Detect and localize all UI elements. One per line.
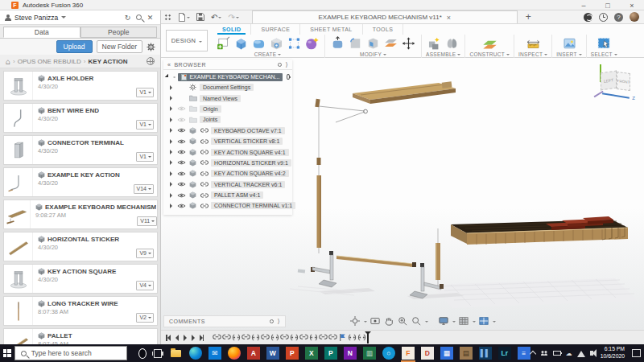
ribbon-tab[interactable]: TOOLS <box>363 24 404 35</box>
chevron-down-icon[interactable] <box>452 321 456 324</box>
data-item-card[interactable]: EXAMPLE KEY ACTION 4/30/20 V14 <box>3 167 158 197</box>
data-panel-tab[interactable]: People <box>80 27 158 38</box>
eye-icon[interactable] <box>177 203 186 209</box>
expand-icon[interactable] <box>170 171 175 176</box>
chevron-down-icon[interactable] <box>425 321 428 324</box>
expand-icon[interactable] <box>165 73 171 80</box>
browser-root-row[interactable]: EXAMPLE KEYBOARD MECHAN... <box>163 72 292 82</box>
data-item-version-badge[interactable]: V11 <box>137 216 157 226</box>
select-group-label[interactable]: SELECT <box>591 51 617 57</box>
expand-icon[interactable] <box>170 106 175 111</box>
taskbar-app-icon[interactable]: P <box>324 347 337 360</box>
activate-component-icon[interactable] <box>287 74 290 80</box>
start-button[interactable] <box>0 344 14 362</box>
ribbon-tab[interactable]: SURFACE <box>251 24 300 35</box>
browser-item-label[interactable]: Origin <box>200 105 221 113</box>
fillet-icon[interactable] <box>347 35 364 51</box>
chevron-down-icon[interactable] <box>473 321 476 324</box>
ribbon-tab[interactable]: SHEET METAL <box>300 24 362 35</box>
cortana-icon[interactable] <box>138 348 147 359</box>
extrude-icon[interactable] <box>233 35 250 51</box>
taskbar-app-icon[interactable]: ▌▌ <box>479 347 492 360</box>
pallet-part[interactable] <box>353 81 456 104</box>
data-item-version-badge[interactable]: V14 <box>134 184 154 194</box>
select-icon[interactable] <box>596 35 613 51</box>
browser-tree-row[interactable]: Named Views <box>163 93 292 103</box>
move-copy-icon[interactable] <box>400 35 417 51</box>
key-action-square-left[interactable] <box>311 251 336 287</box>
chevron-down-icon[interactable] <box>61 16 66 21</box>
timeline-feature[interactable] <box>270 332 279 343</box>
eye-icon[interactable] <box>177 127 186 134</box>
taskbar-app-icon[interactable]: ▤ <box>460 347 473 360</box>
comments-bar[interactable]: COMMENTS ⟩ <box>163 315 286 327</box>
taskbar-app-icon[interactable]: X <box>305 347 318 360</box>
browser-item-label[interactable]: Joints <box>200 116 221 123</box>
horizontal-sticker-part[interactable] <box>336 256 416 267</box>
step-back-button[interactable] <box>175 335 179 341</box>
inspect-group-label[interactable]: INSPECT <box>518 51 547 57</box>
eye-icon[interactable] <box>177 138 186 145</box>
form-icon[interactable] <box>250 35 267 51</box>
root-component[interactable]: EXAMPLE KEYBOARD MECHAN... <box>178 73 283 81</box>
taskbar-app-icon[interactable]: F <box>402 347 415 360</box>
timeline-feature[interactable] <box>260 332 270 343</box>
expand-icon[interactable] <box>170 85 175 90</box>
eye-icon[interactable] <box>177 117 186 123</box>
maximize-button[interactable]: □ <box>596 0 620 10</box>
data-item-version-badge[interactable]: V4 <box>136 281 154 290</box>
browser-item-label[interactable]: KEYBOARD OCTAVE v7:1 <box>211 127 285 134</box>
timeline-feature[interactable] <box>212 332 221 343</box>
joint-icon[interactable] <box>444 35 460 51</box>
view-cube-left-face[interactable]: LEFT <box>601 71 617 91</box>
data-item-card[interactable]: KEY ACTION SQUARE 4/30/20 V4 <box>3 264 158 294</box>
data-item-version-badge[interactable]: V1 <box>136 120 154 130</box>
timeline-feature[interactable] <box>299 332 308 343</box>
document-tab[interactable]: EXAMPLE KEYBOARD MECHANISM v11* × <box>252 10 518 23</box>
eye-icon[interactable] <box>177 171 186 177</box>
collapse-browser-icon[interactable]: « <box>167 62 171 68</box>
wire-hook[interactable] <box>315 99 367 122</box>
viewports-icon[interactable] <box>478 315 489 327</box>
go-to-end-button[interactable] <box>200 335 204 341</box>
data-item-version-badge[interactable]: V2 <box>136 313 154 323</box>
display-settings-icon[interactable] <box>278 63 282 67</box>
browser-tree-row[interactable]: CONNECTOR TERMINAL v1:1 <box>163 200 292 211</box>
network-icon[interactable] <box>577 347 585 357</box>
action-center-icon[interactable] <box>632 349 641 357</box>
eye-icon[interactable] <box>177 181 186 187</box>
timeline-feature[interactable] <box>347 332 357 343</box>
expand-comments-icon[interactable]: ⟩ <box>277 318 280 325</box>
taskbar-app-icon[interactable] <box>170 347 183 360</box>
taskbar-clock[interactable]: 6:15 PM 10/6/2020 <box>601 346 625 360</box>
browser-tree-row[interactable]: Joints <box>163 114 292 125</box>
eye-icon[interactable] <box>177 105 186 112</box>
home-icon[interactable]: ⌂ <box>6 57 10 66</box>
timeline-feature[interactable] <box>250 332 260 343</box>
expand-icon[interactable] <box>170 96 175 101</box>
avatar[interactable] <box>630 12 639 22</box>
data-panel-item-list[interactable]: AXLE HOLDER 4/30/20 V1 <box>0 68 161 344</box>
globe-icon[interactable] <box>147 57 155 65</box>
chevron-down-icon[interactable] <box>493 321 496 324</box>
assemble-group-label[interactable]: ASSEMBLE <box>426 51 460 57</box>
people-icon[interactable] <box>540 350 548 356</box>
job-status-icon[interactable] <box>584 13 592 22</box>
insert-group-label[interactable]: INSERT <box>556 51 582 57</box>
taskbar-app-icon[interactable]: Lr <box>498 347 511 360</box>
revolve-icon[interactable] <box>268 35 285 51</box>
display-settings-icon[interactable] <box>438 315 449 327</box>
data-item-card[interactable]: CONNECTOR TERMINAL 4/30/20 V1 <box>3 135 158 165</box>
breadcrumb-project[interactable]: OPUS ONE REBUILD <box>18 58 81 65</box>
timeline-feature[interactable] <box>231 332 241 343</box>
pattern-icon[interactable] <box>286 35 303 51</box>
browser-item-label[interactable]: Named Views <box>200 95 241 102</box>
data-item-version-badge[interactable]: V9 <box>136 249 154 258</box>
expand-icon[interactable] <box>170 150 175 154</box>
browser-tree-row[interactable]: KEY ACTION SQUARE v4:1 <box>163 146 292 157</box>
close-tab-icon[interactable]: × <box>447 14 451 22</box>
timeline-feature[interactable] <box>328 332 337 343</box>
create-form-icon[interactable] <box>303 35 320 51</box>
taskbar-app-icon[interactable]: W <box>266 347 279 360</box>
new-component-icon[interactable] <box>426 35 443 51</box>
